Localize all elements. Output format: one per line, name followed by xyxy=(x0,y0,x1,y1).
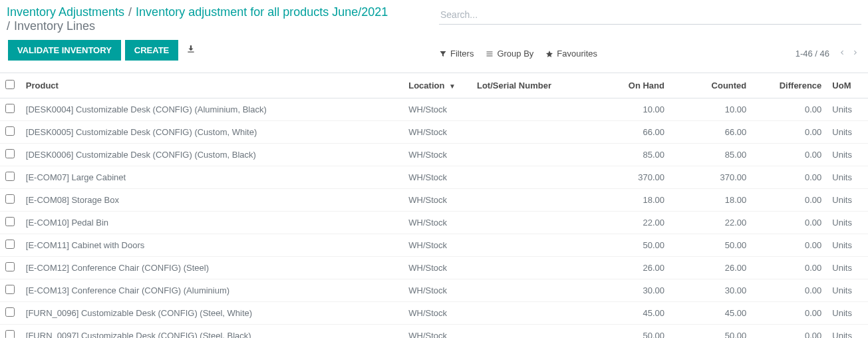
cell-lot xyxy=(472,234,595,257)
breadcrumb-parent[interactable]: Inventory adjustment for all products Ju… xyxy=(136,5,388,19)
cell-difference: 0.00 xyxy=(752,257,827,279)
col-location[interactable]: Location ▼ xyxy=(403,73,472,98)
row-checkbox[interactable] xyxy=(5,240,15,249)
cell-difference: 0.00 xyxy=(752,144,827,166)
create-button[interactable]: CREATE xyxy=(125,40,178,61)
cell-onhand: 10.00 xyxy=(595,98,670,121)
star-icon xyxy=(545,50,553,58)
cell-location: WH/Stock xyxy=(403,234,472,257)
cell-product: [FURN_0097] Customizable Desk (CONFIG) (… xyxy=(21,325,403,339)
cell-location: WH/Stock xyxy=(403,212,472,234)
cell-product: [E-COM11] Cabinet with Doors xyxy=(21,234,403,257)
cell-difference: 0.00 xyxy=(752,212,827,234)
cell-difference: 0.00 xyxy=(752,98,827,121)
chevron-right-icon xyxy=(852,48,859,57)
table-row[interactable]: [E-COM07] Large CabinetWH/Stock370.00370… xyxy=(0,166,868,189)
row-checkbox[interactable] xyxy=(5,172,15,181)
row-checkbox[interactable] xyxy=(5,330,15,338)
row-checkbox[interactable] xyxy=(5,194,15,204)
cell-lot xyxy=(472,325,595,339)
validate-inventory-button[interactable]: VALIDATE INVENTORY xyxy=(8,40,121,61)
cell-product: [E-COM12] Conference Chair (CONFIG) (Ste… xyxy=(21,257,403,279)
cell-onhand: 30.00 xyxy=(595,279,670,302)
funnel-icon xyxy=(439,50,447,58)
row-checkbox[interactable] xyxy=(5,126,15,136)
table-row[interactable]: [DESK0006] Customizable Desk (CONFIG) (C… xyxy=(0,144,868,166)
cell-counted: 22.00 xyxy=(670,212,752,234)
cell-location: WH/Stock xyxy=(403,166,472,189)
row-checkbox[interactable] xyxy=(5,149,15,158)
row-checkbox[interactable] xyxy=(5,217,15,226)
cell-counted: 18.00 xyxy=(670,189,752,212)
breadcrumb-root[interactable]: Inventory Adjustments xyxy=(7,5,124,19)
row-checkbox[interactable] xyxy=(5,307,15,317)
col-onhand[interactable]: On Hand xyxy=(595,73,670,98)
table-row[interactable]: [FURN_0096] Customizable Desk (CONFIG) (… xyxy=(0,302,868,325)
cell-difference: 0.00 xyxy=(752,189,827,212)
col-lot[interactable]: Lot/Serial Number xyxy=(472,73,595,98)
favourites-label: Favourites xyxy=(557,49,597,59)
cell-lot xyxy=(472,279,595,302)
chevron-left-icon xyxy=(839,48,845,57)
table-row[interactable]: [E-COM10] Pedal BinWH/Stock22.0022.000.0… xyxy=(0,212,868,234)
pager-range[interactable]: 1-46 / 46 xyxy=(796,49,829,59)
cell-uom: Units xyxy=(827,166,868,189)
cell-counted: 370.00 xyxy=(670,166,752,189)
table-row[interactable]: [E-COM11] Cabinet with DoorsWH/Stock50.0… xyxy=(0,234,868,257)
cell-difference: 0.00 xyxy=(752,234,827,257)
table-row[interactable]: [DESK0005] Customizable Desk (CONFIG) (C… xyxy=(0,121,868,144)
cell-uom: Units xyxy=(827,189,868,212)
cell-uom: Units xyxy=(827,121,868,144)
table-row[interactable]: [E-COM13] Conference Chair (CONFIG) (Alu… xyxy=(0,279,868,302)
list-icon xyxy=(486,50,494,58)
pager-prev[interactable] xyxy=(836,47,848,61)
row-checkbox[interactable] xyxy=(5,285,15,294)
cell-counted: 50.00 xyxy=(670,234,752,257)
col-product[interactable]: Product xyxy=(21,73,403,98)
favourites-button[interactable]: Favourites xyxy=(545,49,597,59)
cell-lot xyxy=(472,144,595,166)
table-row[interactable]: [E-COM08] Storage BoxWH/Stock18.0018.000… xyxy=(0,189,868,212)
col-difference[interactable]: Difference xyxy=(752,73,827,98)
cell-location: WH/Stock xyxy=(403,302,472,325)
cell-lot xyxy=(472,302,595,325)
row-checkbox[interactable] xyxy=(5,262,15,271)
cell-difference: 0.00 xyxy=(752,279,827,302)
cell-location: WH/Stock xyxy=(403,279,472,302)
cell-location: WH/Stock xyxy=(403,189,472,212)
cell-product: [E-COM13] Conference Chair (CONFIG) (Alu… xyxy=(21,279,403,302)
search-input[interactable] xyxy=(439,5,861,25)
table-row[interactable]: [DESK0004] Customizable Desk (CONFIG) (A… xyxy=(0,98,868,121)
cell-uom: Units xyxy=(827,98,868,121)
cell-product: [E-COM08] Storage Box xyxy=(21,189,403,212)
cell-location: WH/Stock xyxy=(403,325,472,339)
inventory-lines-table: Product Location ▼ Lot/Serial Number On … xyxy=(0,73,868,338)
cell-uom: Units xyxy=(827,144,868,166)
select-all-checkbox[interactable] xyxy=(5,80,15,89)
groupby-button[interactable]: Group By xyxy=(486,49,533,59)
cell-difference: 0.00 xyxy=(752,166,827,189)
cell-location: WH/Stock xyxy=(403,144,472,166)
cell-onhand: 50.00 xyxy=(595,234,670,257)
cell-lot xyxy=(472,166,595,189)
cell-uom: Units xyxy=(827,212,868,234)
cell-counted: 66.00 xyxy=(670,121,752,144)
cell-lot xyxy=(472,257,595,279)
col-counted[interactable]: Counted xyxy=(670,73,752,98)
row-checkbox[interactable] xyxy=(5,104,15,113)
cell-lot xyxy=(472,98,595,121)
filters-button[interactable]: Filters xyxy=(439,49,474,59)
download-button[interactable] xyxy=(182,41,200,60)
cell-uom: Units xyxy=(827,302,868,325)
cell-counted: 45.00 xyxy=(670,302,752,325)
col-uom[interactable]: UoM xyxy=(827,73,868,98)
cell-difference: 0.00 xyxy=(752,302,827,325)
cell-onhand: 18.00 xyxy=(595,189,670,212)
cell-location: WH/Stock xyxy=(403,121,472,144)
cell-onhand: 85.00 xyxy=(595,144,670,166)
pager-next[interactable] xyxy=(849,47,861,61)
table-row[interactable]: [E-COM12] Conference Chair (CONFIG) (Ste… xyxy=(0,257,868,279)
breadcrumb-sep: / xyxy=(128,5,132,19)
table-row[interactable]: [FURN_0097] Customizable Desk (CONFIG) (… xyxy=(0,325,868,339)
cell-lot xyxy=(472,212,595,234)
